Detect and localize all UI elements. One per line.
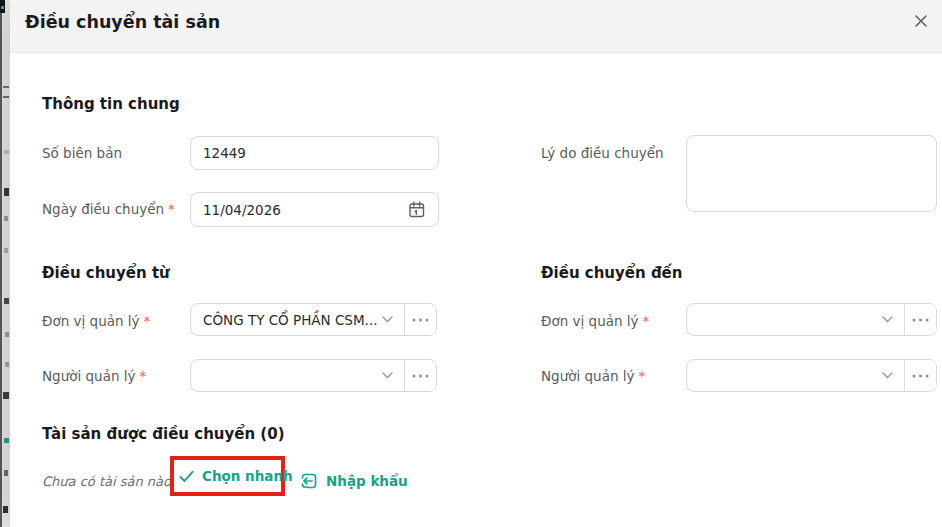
calendar-icon[interactable] (407, 200, 426, 219)
import-arrow-icon (300, 472, 318, 490)
quick-select-label: Chọn nhanh (202, 468, 293, 484)
occluded-text-fragment (5, 362, 9, 367)
to-manager-select[interactable] (686, 359, 937, 392)
section-general-title: Thông tin chung (42, 95, 180, 113)
from-manager-label-text: Người quản lý (42, 368, 136, 384)
occluded-text-fragment (4, 438, 9, 443)
close-icon (914, 14, 928, 28)
occluded-text-fragment (4, 216, 8, 221)
reason-textarea[interactable] (686, 135, 937, 212)
reason-label: Lý do điều chuyển (541, 145, 664, 161)
from-manager-more-options-button[interactable] (405, 360, 436, 391)
required-asterisk: * (144, 313, 151, 329)
ellipsis-icon (412, 318, 429, 322)
to-unit-select[interactable] (686, 303, 937, 336)
modal-header: Điều chuyển tài sản (10, 0, 942, 53)
from-unit-more-options-button[interactable] (405, 304, 436, 335)
to-unit-label: Đơn vị quản lý* (541, 313, 649, 329)
background-sidebar-edge (0, 13, 2, 527)
page: Điều chuyển tài sản Thông tin chung Số b… (0, 0, 942, 527)
record-number-value: 12449 (203, 145, 246, 161)
occluded-text-fragment (4, 150, 9, 154)
record-number-input[interactable]: 12449 (190, 136, 439, 170)
chevron-down-icon (382, 304, 404, 335)
close-button[interactable] (906, 6, 936, 36)
background-page-sliver (0, 0, 10, 527)
asset-transfer-modal: Điều chuyển tài sản Thông tin chung Số b… (10, 0, 942, 527)
transfer-date-label-text: Ngày điều chuyển (42, 201, 164, 217)
transfer-date-label: Ngày điều chuyển* (42, 201, 175, 217)
ellipsis-icon (912, 374, 929, 378)
ellipsis-icon (412, 374, 429, 378)
occluded-text-fragment (3, 506, 8, 513)
to-manager-label: Người quản lý* (541, 368, 645, 384)
occluded-text-fragment (4, 188, 9, 196)
to-manager-label-text: Người quản lý (541, 368, 635, 384)
chevron-down-icon (882, 304, 904, 335)
required-asterisk: * (168, 201, 175, 217)
occluded-text-fragment (4, 470, 8, 476)
section-to-title: Điều chuyển đến (541, 264, 682, 282)
quick-select-button[interactable]: Chọn nhanh (179, 460, 293, 492)
reason-label-text: Lý do điều chuyển (541, 145, 664, 161)
occluded-text-fragment (5, 332, 9, 337)
from-unit-label-text: Đơn vị quản lý (42, 313, 140, 329)
occluded-text-fragment (4, 298, 9, 304)
from-unit-select[interactable]: CÔNG TY CỔ PHẦN CSM... (190, 303, 437, 336)
chevron-down-icon (382, 360, 404, 391)
to-manager-value (687, 360, 882, 391)
required-asterisk: * (643, 313, 650, 329)
from-unit-label: Đơn vị quản lý* (42, 313, 150, 329)
annotation-highlight-box: Chọn nhanh (170, 456, 285, 496)
record-number-label: Số biên bản (42, 145, 122, 161)
background-logo-fragment (0, 0, 5, 13)
check-icon (179, 470, 194, 483)
occluded-text-fragment (3, 96, 9, 98)
from-manager-select[interactable] (190, 359, 437, 392)
to-unit-more-options-button[interactable] (905, 304, 936, 335)
to-unit-value (687, 304, 882, 335)
occluded-text-fragment (3, 392, 9, 399)
required-asterisk: * (639, 368, 646, 384)
modal-title: Điều chuyển tài sản (25, 12, 220, 32)
from-unit-value: CÔNG TY CỔ PHẦN CSM... (191, 304, 382, 335)
occluded-text-fragment (4, 248, 8, 253)
record-number-label-text: Số biên bản (42, 145, 122, 161)
transfer-date-value: 11/04/2026 (203, 202, 281, 218)
background-logo-dot (1, 6, 4, 9)
import-label: Nhập khẩu (326, 473, 408, 489)
occluded-text-fragment (3, 86, 9, 88)
required-asterisk: * (140, 368, 147, 384)
section-assets-title: Tài sản được điều chuyển (0) (42, 425, 285, 443)
to-unit-label-text: Đơn vị quản lý (541, 313, 639, 329)
from-manager-label: Người quản lý* (42, 368, 146, 384)
chevron-down-icon (882, 360, 904, 391)
import-button[interactable]: Nhập khẩu (300, 470, 408, 492)
transfer-date-input[interactable]: 11/04/2026 (190, 192, 439, 227)
from-manager-value (191, 360, 382, 391)
to-manager-more-options-button[interactable] (905, 360, 936, 391)
section-from-title: Điều chuyển từ (42, 264, 170, 282)
assets-empty-text: Chưa có tài sản nào (42, 474, 171, 489)
ellipsis-icon (912, 318, 929, 322)
